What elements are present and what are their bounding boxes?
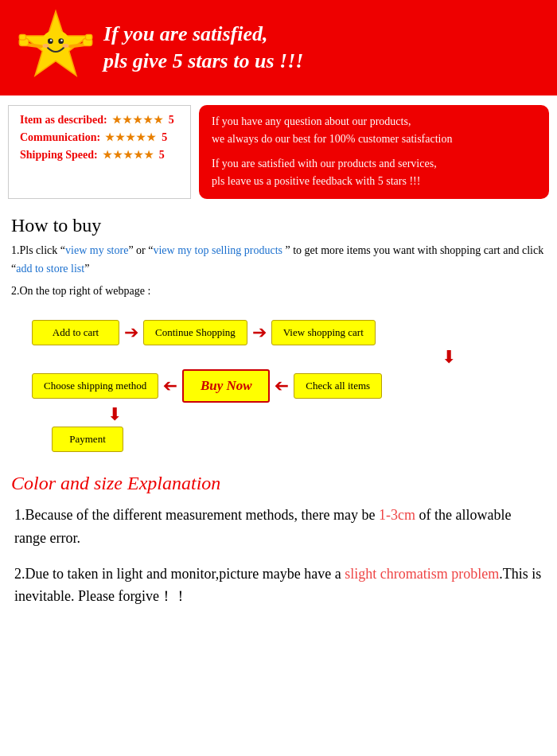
svg-point-4 — [50, 40, 53, 42]
flow-row-2: Choose shipping method ➔ Buy Now ➔ Check… — [8, 369, 549, 403]
continue-shopping-box: Continue Shopping — [143, 320, 247, 345]
flow-diagram: Add to cart ➔ Continue Shopping ➔ View s… — [8, 320, 549, 452]
ship-label: Shipping Speed: — [20, 149, 98, 162]
rating-section: Item as described: ★★★★★ 5 Communication… — [8, 105, 549, 199]
rating-right-line3: If you are satisfied with our products a… — [212, 155, 536, 173]
how-to-buy-title: How to buy — [11, 215, 546, 236]
svg-rect-13 — [86, 34, 92, 40]
arrow-down-right: ⬇ — [8, 347, 549, 368]
comm-label: Communication: — [20, 131, 100, 144]
arrow-right-2: ➔ — [252, 324, 267, 341]
svg-point-6 — [42, 44, 49, 48]
buy-now-box: Buy Now — [182, 369, 270, 403]
item-described-label: Item as described: — [20, 114, 107, 127]
color-item1-highlight: 1-3cm — [379, 507, 415, 523]
svg-point-5 — [60, 40, 63, 42]
ship-value: 5 — [159, 149, 165, 162]
item-value: 5 — [169, 114, 174, 127]
how-to-buy-section: How to buy 1.Pls click “view my store” o… — [0, 208, 557, 307]
color-item-2: 2.Due to taken in light and monitor,pict… — [11, 563, 546, 609]
color-item2-highlight: slight chromatism problem — [345, 566, 499, 582]
view-shopping-cart-box: View shopping cart — [271, 320, 376, 345]
svg-point-7 — [62, 44, 68, 48]
color-item2-prefix: 2.Due to taken in light and monitor,pict… — [14, 566, 345, 582]
item-stars: ★★★★★ — [112, 114, 164, 127]
add-to-cart-box: Add to cart — [32, 320, 119, 345]
color-section-title: Color and size Explanation — [11, 473, 546, 494]
choose-shipping-box: Choose shipping method — [32, 373, 158, 399]
view-top-selling-link[interactable]: view my top selling products — [153, 244, 282, 256]
rating-row-ship: Shipping Speed: ★★★★★ 5 — [20, 149, 179, 162]
down-arrow-1-icon: ⬇ — [442, 349, 473, 366]
star-mascot-icon — [16, 8, 95, 88]
comm-value: 5 — [162, 131, 167, 144]
step1-mid: ” or “ — [128, 244, 153, 256]
how-step1: 1.Pls click “view my store” or “view my … — [11, 241, 546, 279]
step1-end: ” — [84, 263, 89, 275]
ship-stars: ★★★★★ — [103, 149, 154, 162]
rating-right: If you have any question about our produ… — [199, 105, 549, 199]
flow-row-1: Add to cart ➔ Continue Shopping ➔ View s… — [8, 320, 549, 345]
header-banner: If you are satisfied, pls give 5 stars t… — [0, 0, 557, 95]
rating-row-comm: Communication: ★★★★★ 5 — [20, 131, 179, 144]
down-arrow-2-icon: ⬇ — [80, 406, 122, 423]
color-item1-prefix: 1.Because of the different measurement m… — [14, 507, 379, 523]
rating-right-line2: we always do our best for 100% customer … — [212, 131, 536, 148]
how-step2: 2.On the top right of webpage : — [11, 282, 546, 301]
view-my-store-link[interactable]: view my store — [65, 244, 128, 256]
flow-row-3: Payment — [8, 427, 549, 452]
check-all-items-box: Check all items — [294, 373, 382, 399]
step1-prefix: 1.Pls click “ — [11, 244, 65, 256]
svg-rect-10 — [19, 34, 25, 40]
rating-right-line1: If you have any question about our produ… — [212, 113, 536, 131]
arrow-down-left: ⬇ — [8, 404, 549, 425]
arrow-right-1: ➔ — [124, 324, 138, 341]
header-text: If you are satisfied, pls give 5 stars t… — [103, 21, 303, 75]
arrow-left-2: ➔ — [275, 377, 289, 395]
rating-row-item: Item as described: ★★★★★ 5 — [20, 114, 179, 127]
comm-stars: ★★★★★ — [105, 131, 157, 144]
add-to-store-list-link[interactable]: add to store list — [16, 263, 84, 275]
color-section: Color and size Explanation 1.Because of … — [0, 465, 557, 616]
rating-left: Item as described: ★★★★★ 5 Communication… — [8, 105, 191, 199]
arrow-left-1: ➔ — [163, 377, 177, 395]
rating-right-line4: pls leave us a positive feedback with 5 … — [212, 173, 536, 190]
payment-box: Payment — [52, 427, 123, 452]
color-item-1: 1.Because of the different measurement m… — [11, 504, 546, 550]
